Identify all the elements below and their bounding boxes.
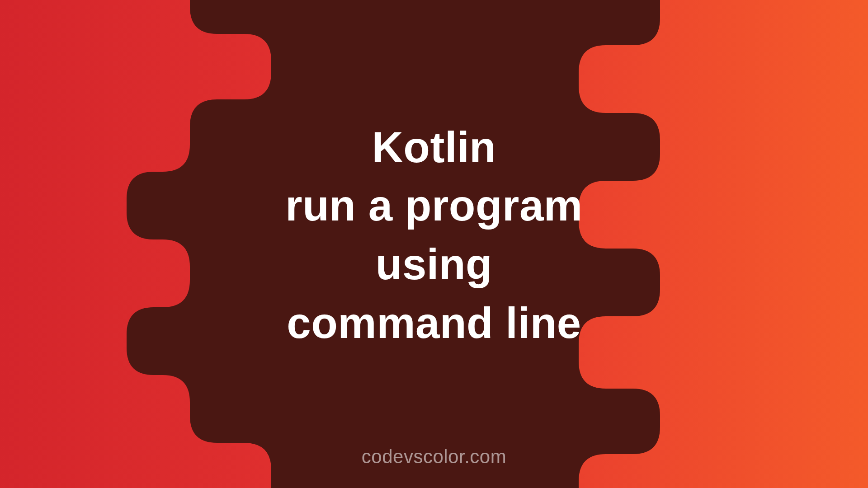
title-line-1: Kotlin (285, 118, 582, 177)
title-line-4: command line (285, 294, 582, 352)
watermark-text: codevscolor.com (362, 446, 506, 468)
title-line-3: using (285, 235, 582, 294)
main-title: Kotlin run a program using command line (285, 118, 582, 352)
content-area: Kotlin run a program using command line (0, 0, 868, 488)
title-line-2: run a program (285, 176, 582, 235)
